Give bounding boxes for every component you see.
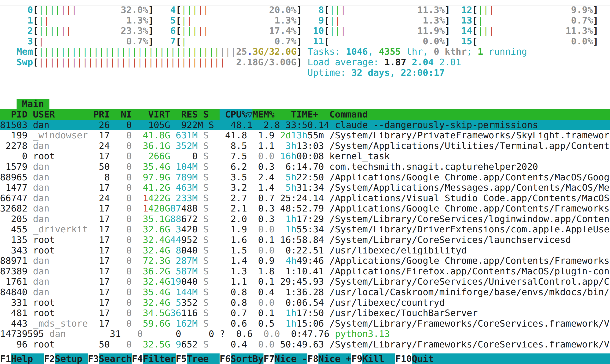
text-segment bbox=[274, 151, 280, 161]
process-row[interactable]: 0 root 17 0 266G 0 S 7.5 0.0 16h00:08 ke… bbox=[0, 151, 610, 162]
text-segment bbox=[132, 298, 143, 308]
text-segment: 4h bbox=[285, 256, 297, 266]
text-segment bbox=[324, 245, 329, 256]
text-segment: 31:34 bbox=[297, 182, 324, 193]
text-segment: ] bbox=[593, 26, 598, 36]
sort-column-cpu[interactable]: CPU%▽ bbox=[219, 109, 252, 120]
fkey-f4[interactable]: F4 bbox=[132, 353, 143, 364]
process-row[interactable]: 87389 dan 17 0 36.2G 587M S 1.3 1.8 1:10… bbox=[0, 266, 610, 277]
process-row-selected[interactable]: 81503 dan 26 0 105G 922M S 48.1 2.8 33:5… bbox=[0, 120, 610, 130]
text-segment: 352M bbox=[176, 141, 198, 151]
fkey-f7-label[interactable]: Nice - bbox=[274, 353, 307, 364]
text-segment: 32682 bbox=[0, 203, 27, 214]
text-segment: root bbox=[33, 235, 88, 245]
text-segment bbox=[121, 329, 137, 339]
process-row[interactable]: 481 root 17 0 34.5G36116 S 0.7 0.1 1h17:… bbox=[0, 308, 610, 318]
process-row[interactable]: 14739595 dan 31 0 0 0 ? 0.6 0.0 0:47.76 … bbox=[0, 329, 610, 339]
text-segment: ||| bbox=[181, 5, 198, 15]
process-row[interactable]: 1579 dan 50 0 35.4G 104M S 6.2 0.3 6:14.… bbox=[0, 162, 610, 172]
text-segment bbox=[132, 235, 143, 245]
text-segment: || bbox=[478, 5, 489, 15]
text-segment bbox=[132, 276, 143, 287]
table-header[interactable]: PID USER PRI NI VIRT RES S CPU%▽MEM% TIM… bbox=[0, 109, 610, 120]
fkey-f9-label[interactable]: Kill bbox=[362, 353, 395, 364]
fkey-f9[interactable]: F9 bbox=[351, 353, 362, 364]
text-segment bbox=[324, 162, 329, 172]
text-segment: 0 bbox=[126, 298, 132, 308]
fkey-f6[interactable]: F6 bbox=[219, 353, 230, 364]
text-segment bbox=[110, 287, 126, 297]
fkey-f8-label[interactable]: Nice + bbox=[318, 353, 351, 364]
text-segment: ; bbox=[467, 47, 478, 57]
process-row[interactable]: 84840 dan 17 0 35.4G 144M S 0.8 0.4 1:36… bbox=[0, 287, 610, 298]
process-row[interactable]: 88965 dan 8 0 97.9G 789M S 3.5 2.4 5h22:… bbox=[0, 172, 610, 183]
text-segment bbox=[110, 182, 126, 193]
fkey-f2[interactable]: F2 bbox=[44, 353, 55, 364]
fkey-f1[interactable]: F1 bbox=[0, 353, 11, 364]
text-segment: /System/Applications/Messages.app/Conten… bbox=[329, 182, 610, 193]
process-row[interactable]: 205 dan 17 0 35.1G88672 S 2.0 0.3 1h17:2… bbox=[0, 214, 610, 224]
text-segment: 17 bbox=[88, 318, 110, 329]
fkey-f3[interactable]: F3 bbox=[88, 353, 99, 364]
text-segment: 104M bbox=[176, 162, 198, 172]
fkey-f6-label[interactable]: SortBy bbox=[230, 353, 263, 364]
process-row[interactable]: 66747 dan 24 0 1422G 233M S 2.7 0.7 25:2… bbox=[0, 193, 610, 204]
text-segment bbox=[274, 141, 285, 151]
fkey-f5-label[interactable]: Tree bbox=[187, 353, 219, 364]
process-row[interactable]: 96 root 50 0 32.5G 9652 S 0.4 0.0 50:49.… bbox=[0, 339, 610, 350]
process-row[interactable]: 2278 dan 24 0 36.1G 352M S 8.5 1.1 3h13:… bbox=[0, 141, 610, 151]
text-segment bbox=[198, 141, 203, 151]
fkey-f7[interactable]: F7 bbox=[263, 353, 274, 364]
text-segment bbox=[27, 214, 33, 224]
text-segment: [ bbox=[33, 57, 38, 67]
tab-main[interactable]: Main bbox=[16, 99, 49, 109]
text-segment bbox=[27, 172, 33, 182]
process-row[interactable]: 199 _windowser 17 0 41.8G 631M S 41.8 1.… bbox=[0, 130, 610, 141]
text-segment bbox=[198, 130, 203, 141]
text-segment: S bbox=[203, 203, 209, 214]
process-row[interactable]: 88971 dan 17 0 72.3G 287M S 1.4 0.9 4h49… bbox=[0, 256, 610, 266]
text-segment: 266G bbox=[148, 151, 170, 161]
text-segment bbox=[170, 224, 176, 234]
cpu-meter-value: 11.9% bbox=[417, 26, 445, 36]
process-row[interactable]: 443 _mds_store 17 0 59.6G 162M S 0.6 0.5… bbox=[0, 318, 610, 329]
process-row[interactable]: 135 root 17 0 32.4G44952 S 1.6 0.1 16:58… bbox=[0, 235, 610, 245]
process-row[interactable]: 1761 dan 17 0 32.4G19040 S 1.1 0.1 29:45… bbox=[0, 276, 610, 287]
text-segment: | bbox=[478, 15, 483, 26]
text-segment: /Applications/Google Chrome.app/Contents… bbox=[329, 256, 610, 266]
column-headers[interactable]: PID USER PRI NI VIRT RES S bbox=[0, 109, 219, 120]
text-segment: 31 bbox=[110, 329, 121, 339]
fkey-f10[interactable]: F10 bbox=[395, 353, 412, 364]
text-segment: root bbox=[33, 339, 88, 350]
fkey-f4-label[interactable]: Filter bbox=[143, 353, 176, 364]
text-segment: 1h bbox=[285, 214, 297, 224]
cpu-meter-value: 1.3% bbox=[126, 15, 148, 26]
fkey-f5[interactable]: F5 bbox=[176, 353, 187, 364]
text-segment: S bbox=[203, 298, 209, 308]
fkey-f3-label[interactable]: Search bbox=[99, 353, 132, 364]
process-row[interactable]: 1477 dan 17 0 41.2G 463M S 3.2 1.4 5h31:… bbox=[0, 182, 610, 193]
fkey-f2-label[interactable]: Setup bbox=[55, 353, 88, 364]
text-segment: 2.0 bbox=[209, 214, 247, 224]
process-row[interactable]: 455 _driverkit 17 0 32.6G 3420 S 1.9 0.0… bbox=[0, 224, 610, 235]
text-segment bbox=[132, 130, 143, 141]
column-headers[interactable]: MEM% TIME+ Command bbox=[252, 109, 368, 120]
text-segment bbox=[274, 182, 285, 193]
text-segment: ] bbox=[593, 36, 598, 47]
text-segment: 0.8 bbox=[209, 287, 247, 297]
text-segment: 0 bbox=[126, 235, 132, 245]
process-row[interactable]: 331 root 17 0 32.4G 5352 S 0.8 0.0 0:06.… bbox=[0, 298, 610, 308]
process-row[interactable]: 32682 dan 17 0 1420G87488 S 2.1 0.3 48:5… bbox=[0, 203, 610, 214]
text-segment: 17 bbox=[88, 308, 110, 318]
text-segment: 0 bbox=[126, 193, 132, 203]
text-segment: ] bbox=[148, 26, 154, 36]
text-segment: 0.7 bbox=[209, 308, 247, 318]
text-segment: 0 bbox=[126, 308, 132, 318]
text-segment: kernel_task bbox=[329, 151, 390, 161]
text-segment bbox=[274, 266, 285, 276]
fkey-f8[interactable]: F8 bbox=[307, 353, 318, 364]
text-segment: ] bbox=[148, 15, 154, 26]
fkey-f10-label[interactable]: Quit bbox=[412, 353, 434, 364]
fkey-f1-label[interactable]: Help bbox=[11, 353, 44, 364]
process-row[interactable]: 343 root 17 0 32.4G 8040 S 1.5 0.0 0:22.… bbox=[0, 245, 610, 256]
